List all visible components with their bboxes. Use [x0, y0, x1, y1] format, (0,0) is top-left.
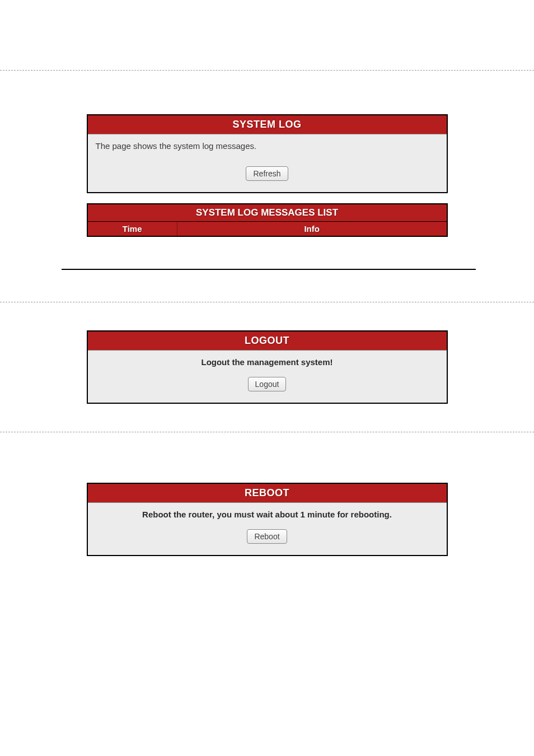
system-log-actions: Refresh: [96, 166, 439, 181]
spacer: [0, 0, 534, 70]
spacer: [0, 302, 534, 330]
page-root: SYSTEM LOG The page shows the system log…: [0, 0, 534, 556]
reboot-body: Reboot the router, you must wait about 1…: [88, 502, 447, 555]
messages-table-title: SYSTEM LOG MESSAGES LIST: [88, 204, 447, 221]
spacer: [0, 404, 534, 432]
spacer: [0, 432, 534, 483]
logout-title: LOGOUT: [88, 332, 447, 350]
logout-body: Logout the management system! Logout: [88, 350, 447, 403]
logout-description: Logout the management system!: [96, 357, 439, 367]
spacer: [0, 237, 534, 258]
messages-table: SYSTEM LOG MESSAGES LIST Time Info: [87, 203, 448, 237]
reboot-description: Reboot the router, you must wait about 1…: [96, 510, 439, 519]
reboot-button[interactable]: Reboot: [247, 529, 287, 544]
divider-solid: [62, 269, 476, 270]
column-header-info: Info: [177, 222, 447, 236]
reboot-panel: REBOOT Reboot the router, you must wait …: [87, 483, 448, 556]
spacer: [0, 71, 534, 114]
system-log-body: The page shows the system log messages. …: [88, 134, 447, 192]
column-header-time: Time: [88, 222, 177, 236]
refresh-button[interactable]: Refresh: [246, 166, 288, 181]
spacer: [0, 281, 534, 302]
logout-panel: LOGOUT Logout the management system! Log…: [87, 330, 448, 404]
reboot-title: REBOOT: [88, 484, 447, 502]
system-log-description: The page shows the system log messages.: [96, 141, 439, 151]
system-log-title: SYSTEM LOG: [88, 115, 447, 134]
system-log-panel: SYSTEM LOG The page shows the system log…: [87, 114, 448, 193]
logout-button[interactable]: Logout: [248, 377, 287, 391]
messages-table-header: Time Info: [88, 221, 447, 236]
